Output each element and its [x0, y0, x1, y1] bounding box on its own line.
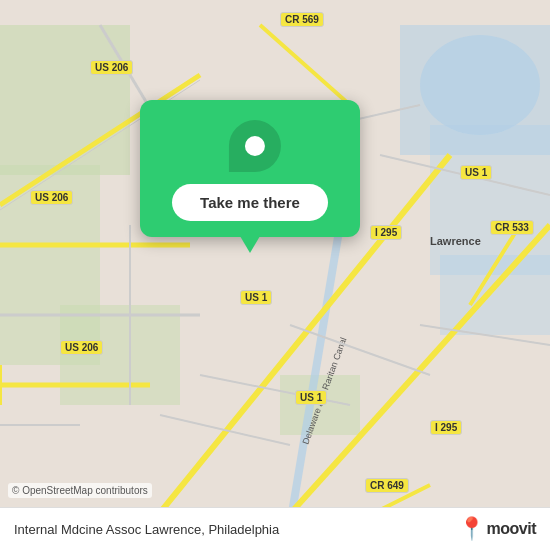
popup-card: Take me there	[140, 100, 360, 237]
moovit-pin-icon: 📍	[458, 518, 485, 540]
road-label-i295-mid: I 295	[370, 225, 402, 240]
svg-rect-3	[60, 305, 180, 405]
road-label-cr569: CR 569	[280, 12, 324, 27]
location-pin-icon	[229, 120, 281, 172]
osm-credit: © OpenStreetMap contributors	[8, 483, 152, 498]
road-label-us1-top: US 1	[460, 165, 492, 180]
road-label-us206-mid: US 206	[30, 190, 73, 205]
road-label-us206-top: US 206	[90, 60, 133, 75]
svg-point-7	[420, 35, 540, 135]
road-label-us1-mid: US 1	[240, 290, 272, 305]
map-container: Delaware and Raritan Canal	[0, 0, 550, 550]
road-label-cr649: CR 649	[365, 478, 409, 493]
take-me-there-button[interactable]: Take me there	[172, 184, 328, 221]
pin-wrapper	[208, 109, 291, 192]
road-label-cr533: CR 533	[490, 220, 534, 235]
moovit-logo: 📍 moovit	[458, 518, 536, 540]
location-name: Internal Mdcine Assoc Lawrence, Philadel…	[14, 522, 279, 537]
moovit-text: moovit	[487, 520, 536, 538]
place-label-lawrence: Lawrence	[430, 235, 481, 247]
map-svg: Delaware and Raritan Canal	[0, 0, 550, 550]
road-label-us206-bot: US 206	[60, 340, 103, 355]
svg-rect-1	[0, 25, 130, 175]
bottom-bar: Internal Mdcine Assoc Lawrence, Philadel…	[0, 507, 550, 550]
road-label-i295-bot: I 295	[430, 420, 462, 435]
svg-rect-5	[430, 125, 550, 275]
road-label-us1-bot: US 1	[295, 390, 327, 405]
